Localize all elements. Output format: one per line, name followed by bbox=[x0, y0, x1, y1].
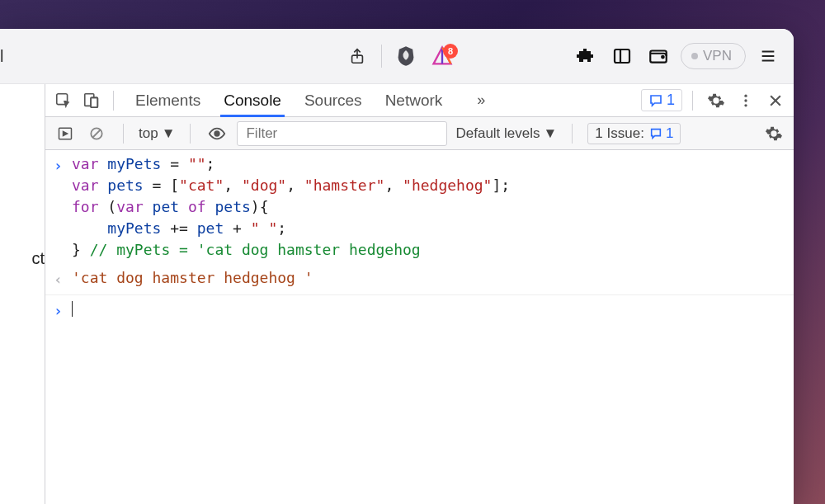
tab-sources[interactable]: Sources bbox=[303, 84, 364, 116]
svg-point-14 bbox=[744, 104, 747, 106]
triangle-down-icon: ▼ bbox=[162, 125, 176, 142]
hamburger-menu-icon[interactable] bbox=[754, 42, 782, 70]
levels-label: Default levels bbox=[455, 125, 540, 142]
svg-point-20 bbox=[215, 131, 220, 136]
close-icon[interactable] bbox=[762, 87, 789, 114]
execution-context-select[interactable]: top ▼ bbox=[139, 125, 175, 142]
tab-console[interactable]: Console bbox=[222, 84, 283, 116]
clear-console-icon[interactable] bbox=[85, 122, 108, 145]
inspect-element-icon[interactable] bbox=[50, 87, 77, 114]
vpn-label: VPN bbox=[703, 48, 732, 64]
separator bbox=[381, 45, 382, 68]
extensions-icon[interactable] bbox=[572, 42, 600, 70]
issue-prefix: 1 Issue: bbox=[595, 125, 644, 142]
wallet-icon[interactable] bbox=[644, 42, 672, 70]
filter-input[interactable] bbox=[237, 121, 447, 146]
console-output-row: ‹ 'cat dog hamster hedgehog ' bbox=[45, 264, 794, 294]
devtools-panel: Elements Console Sources Network » 1 bbox=[45, 84, 794, 504]
triangle-down-icon: ▼ bbox=[544, 125, 558, 142]
svg-line-19 bbox=[92, 130, 101, 138]
browser-toolbar: l 8 bbox=[0, 29, 794, 84]
console-prompt[interactable] bbox=[72, 299, 785, 322]
output-chevron-icon: ‹ bbox=[54, 267, 72, 290]
console-toolbar: top ▼ Default levels ▼ 1 Issue: bbox=[45, 117, 794, 150]
levels-select[interactable]: Default levels ▼ bbox=[455, 125, 557, 142]
separator bbox=[113, 91, 114, 111]
gear-icon[interactable] bbox=[703, 87, 729, 114]
brave-shield-icon[interactable] bbox=[392, 42, 420, 70]
more-tabs-icon[interactable]: » bbox=[470, 92, 492, 109]
console-settings-gear-icon[interactable] bbox=[762, 122, 785, 145]
vpn-button[interactable]: VPN bbox=[681, 43, 746, 69]
caret bbox=[72, 301, 73, 317]
tab-network[interactable]: Network bbox=[384, 84, 445, 116]
svg-point-13 bbox=[744, 99, 747, 101]
devtools-tabbar: Elements Console Sources Network » 1 bbox=[45, 84, 794, 117]
url-bar-fragment[interactable]: l bbox=[0, 29, 8, 83]
page-fragment-text: ct bbox=[31, 249, 45, 267]
console-input-row: › var myPets = ""; var pets = ["cat", "d… bbox=[45, 150, 794, 264]
svg-rect-10 bbox=[91, 97, 97, 107]
toolbar-right-group: 8 bbox=[343, 42, 782, 70]
messages-count-button[interactable]: 1 bbox=[641, 89, 682, 111]
browser-window: l 8 bbox=[0, 29, 794, 504]
issues-button[interactable]: 1 Issue: 1 bbox=[587, 123, 681, 144]
svg-point-12 bbox=[744, 94, 747, 97]
console-input-code: var myPets = ""; var pets = ["cat", "dog… bbox=[72, 153, 785, 261]
kebab-menu-icon[interactable] bbox=[733, 87, 759, 114]
device-emulation-icon[interactable] bbox=[78, 87, 105, 114]
messages-count: 1 bbox=[667, 92, 675, 109]
context-label: top bbox=[139, 125, 158, 142]
tab-elements[interactable]: Elements bbox=[134, 84, 202, 116]
vpn-status-dot bbox=[691, 53, 698, 59]
eye-icon[interactable] bbox=[205, 122, 229, 145]
console-prompt-row[interactable]: › bbox=[45, 295, 794, 325]
svg-rect-1 bbox=[615, 49, 629, 63]
separator bbox=[572, 124, 573, 144]
input-chevron-icon: › bbox=[54, 299, 72, 322]
share-icon[interactable] bbox=[343, 42, 371, 70]
issue-count: 1 bbox=[666, 125, 673, 142]
console-body[interactable]: › var myPets = ""; var pets = ["cat", "d… bbox=[45, 150, 794, 504]
execute-icon[interactable] bbox=[54, 122, 77, 145]
separator bbox=[692, 91, 693, 111]
sidebar-panel-icon[interactable] bbox=[608, 42, 636, 70]
rewards-badge: 8 bbox=[443, 44, 458, 59]
devtools-tabbar-right: 1 bbox=[641, 87, 789, 114]
issue-link: 1 bbox=[649, 125, 673, 142]
devtools-tabs: Elements Console Sources Network » bbox=[134, 84, 492, 116]
separator bbox=[123, 124, 124, 144]
console-output-text: 'cat dog hamster hedgehog ' bbox=[72, 267, 785, 290]
page-content-sliver: ct bbox=[0, 84, 45, 504]
svg-point-4 bbox=[662, 56, 664, 59]
input-chevron-icon: › bbox=[54, 153, 72, 261]
separator bbox=[190, 124, 191, 144]
brave-rewards-icon[interactable]: 8 bbox=[428, 42, 456, 70]
